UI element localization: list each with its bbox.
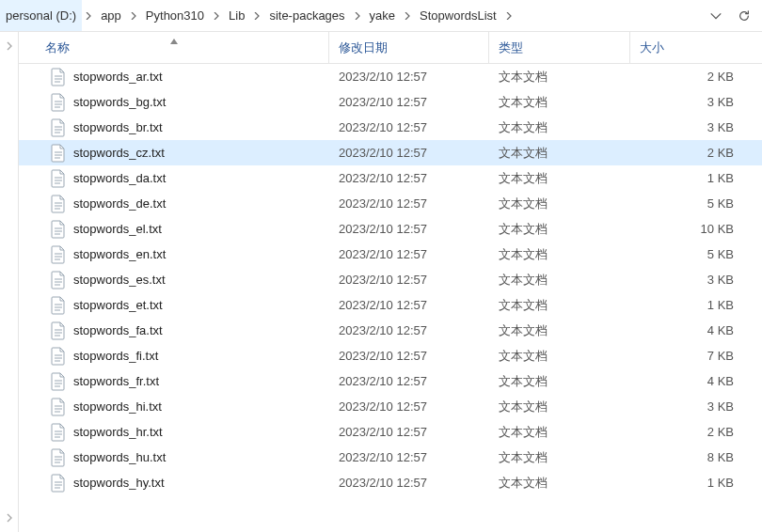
chevron-right-icon[interactable] [127, 0, 140, 31]
file-date-cell: 2023/2/10 12:57 [329, 298, 489, 312]
file-date-cell: 2023/2/10 12:57 [329, 95, 489, 109]
history-dropdown-button[interactable] [702, 0, 730, 31]
file-row[interactable]: stopwords_hi.txt2023/2/10 12:57文本文档3 KB [19, 394, 762, 419]
file-name: stopwords_de.txt [73, 196, 166, 211]
text-file-icon [51, 118, 66, 137]
file-name: stopwords_ar.txt [73, 70, 163, 84]
file-type-cell: 文本文档 [489, 119, 630, 136]
text-file-icon [51, 68, 66, 86]
file-size-cell: 2 KB [630, 70, 762, 84]
text-file-icon [51, 195, 66, 213]
text-file-icon [51, 144, 66, 163]
file-row[interactable]: stopwords_el.txt2023/2/10 12:57文本文档10 KB [19, 216, 762, 242]
file-date-cell: 2023/2/10 12:57 [329, 171, 489, 185]
file-row[interactable]: stopwords_hr.txt2023/2/10 12:57文本文档2 KB [19, 419, 762, 445]
file-type-cell: 文本文档 [489, 94, 630, 111]
file-row[interactable]: stopwords_et.txt2023/2/10 12:57文本文档1 KB [19, 292, 762, 318]
file-row[interactable]: stopwords_hu.txt2023/2/10 12:57文本文档8 KB [19, 445, 762, 470]
chevron-right-icon[interactable] [250, 0, 263, 31]
file-name: stopwords_cz.txt [73, 146, 165, 160]
file-type-cell: 文本文档 [489, 399, 630, 415]
file-type-cell: 文本文档 [489, 373, 630, 390]
file-row[interactable]: stopwords_br.txt2023/2/10 12:57文本文档3 KB [19, 115, 762, 140]
text-file-icon [51, 372, 66, 391]
column-header-date[interactable]: 修改日期 [329, 32, 489, 63]
text-file-icon [51, 169, 66, 188]
file-row[interactable]: stopwords_cz.txt2023/2/10 12:57文本文档2 KB [19, 140, 762, 165]
column-headers: 名称 修改日期 类型 大小 [19, 32, 762, 64]
file-name: stopwords_fa.txt [73, 323, 163, 337]
file-type-cell: 文本文档 [489, 322, 630, 339]
file-name-cell: stopwords_cz.txt [19, 144, 329, 163]
file-date-cell: 2023/2/10 12:57 [329, 399, 489, 414]
file-name-cell: stopwords_et.txt [19, 296, 329, 315]
file-date-cell: 2023/2/10 12:57 [329, 273, 489, 287]
chevron-right-icon[interactable] [401, 0, 414, 31]
file-row[interactable]: stopwords_en.txt2023/2/10 12:57文本文档5 KB [19, 242, 762, 267]
breadcrumb-label: Python310 [146, 8, 204, 23]
file-name-cell: stopwords_de.txt [19, 195, 329, 213]
file-date-cell: 2023/2/10 12:57 [329, 323, 489, 337]
file-row[interactable]: stopwords_fi.txt2023/2/10 12:57文本文档7 KB [19, 343, 762, 368]
file-name: stopwords_da.txt [73, 171, 166, 185]
file-size-cell: 4 KB [630, 374, 762, 388]
file-name-cell: stopwords_en.txt [19, 245, 329, 264]
file-name-cell: stopwords_fa.txt [19, 321, 329, 340]
chevron-right-icon[interactable] [210, 0, 223, 31]
file-type-cell: 文本文档 [489, 424, 630, 441]
file-row[interactable]: stopwords_ar.txt2023/2/10 12:57文本文档2 KB [19, 64, 762, 89]
breadcrumb-segment[interactable]: app [95, 0, 127, 31]
file-size-cell: 3 KB [630, 399, 762, 414]
file-date-cell: 2023/2/10 12:57 [329, 120, 489, 134]
breadcrumb-segment[interactable]: StopwordsList [414, 0, 502, 31]
breadcrumb-segment[interactable]: site-packages [263, 0, 350, 31]
breadcrumb-segment[interactable]: yake [364, 0, 401, 31]
chevron-right-icon[interactable] [502, 0, 516, 31]
column-header-size[interactable]: 大小 [630, 32, 762, 63]
file-type-cell: 文本文档 [489, 221, 630, 238]
column-header-name[interactable]: 名称 [19, 32, 329, 63]
file-size-cell: 5 KB [630, 247, 762, 261]
file-name-cell: stopwords_es.txt [19, 271, 329, 289]
text-file-icon [51, 321, 66, 340]
file-name: stopwords_bg.txt [73, 95, 166, 109]
file-type-cell: 文本文档 [489, 145, 630, 162]
file-size-cell: 7 KB [630, 349, 762, 363]
refresh-button[interactable] [730, 0, 758, 31]
file-date-cell: 2023/2/10 12:57 [329, 247, 489, 261]
file-date-cell: 2023/2/10 12:57 [329, 349, 489, 363]
file-name: stopwords_es.txt [73, 273, 166, 287]
file-name: stopwords_fr.txt [73, 374, 159, 388]
file-row[interactable]: stopwords_de.txt2023/2/10 12:57文本文档5 KB [19, 191, 762, 216]
file-name-cell: stopwords_bg.txt [19, 93, 329, 112]
file-name-cell: stopwords_hr.txt [19, 423, 329, 442]
breadcrumb-segment[interactable]: Lib [223, 0, 250, 31]
chevron-right-icon[interactable] [82, 0, 95, 31]
column-header-type[interactable]: 类型 [489, 32, 630, 63]
file-row[interactable]: stopwords_bg.txt2023/2/10 12:57文本文档3 KB [19, 89, 762, 115]
nav-pane-collapse-gutter[interactable] [0, 32, 19, 532]
file-name: stopwords_hy.txt [73, 476, 165, 490]
file-row[interactable]: stopwords_da.txt2023/2/10 12:57文本文档1 KB [19, 165, 762, 191]
text-file-icon [51, 448, 66, 467]
file-date-cell: 2023/2/10 12:57 [329, 450, 489, 464]
file-name-cell: stopwords_hu.txt [19, 448, 329, 467]
file-name-cell: stopwords_ar.txt [19, 68, 329, 86]
chevron-right-icon[interactable] [351, 0, 364, 31]
file-name-cell: stopwords_el.txt [19, 220, 329, 239]
file-name: stopwords_et.txt [73, 298, 163, 312]
file-row[interactable]: stopwords_es.txt2023/2/10 12:57文本文档3 KB [19, 267, 762, 292]
file-row[interactable]: stopwords_fa.txt2023/2/10 12:57文本文档4 KB [19, 318, 762, 343]
breadcrumb-bar: personal (D:)appPython310Libsite-package… [0, 0, 762, 32]
file-row[interactable]: stopwords_hy.txt2023/2/10 12:57文本文档1 KB [19, 470, 762, 495]
breadcrumb[interactable]: personal (D:)appPython310Libsite-package… [0, 0, 702, 31]
file-size-cell: 10 KB [630, 222, 762, 236]
file-row[interactable]: stopwords_fr.txt2023/2/10 12:57文本文档4 KB [19, 368, 762, 394]
breadcrumb-segment[interactable]: personal (D:) [0, 0, 82, 31]
file-type-cell: 文本文档 [489, 348, 630, 365]
chevron-down-icon [709, 9, 722, 23]
text-file-icon [51, 474, 66, 493]
file-name: stopwords_br.txt [73, 120, 163, 134]
breadcrumb-segment[interactable]: Python310 [140, 0, 210, 31]
chevron-right-icon [5, 41, 14, 51]
